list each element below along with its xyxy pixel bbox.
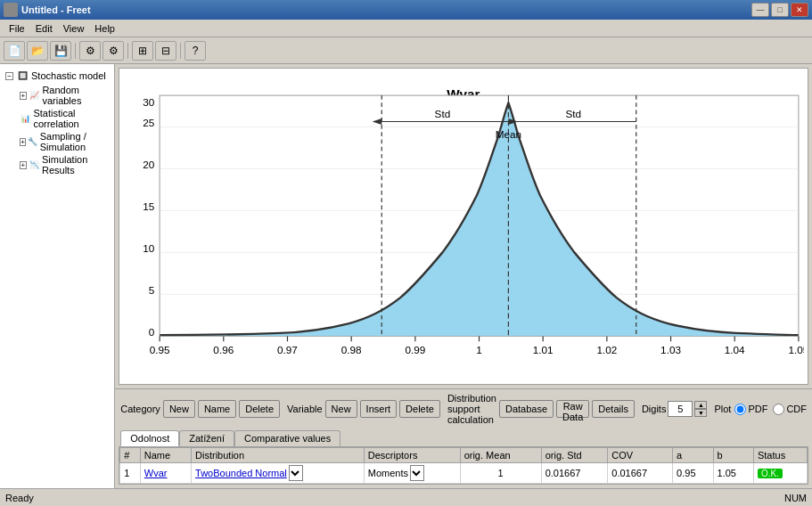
- col-orig-mean: orig. Mean: [460, 448, 541, 463]
- sidebar-sim-results[interactable]: + 📉 Simulation Results: [18, 153, 111, 176]
- maximize-button[interactable]: □: [771, 3, 789, 17]
- col-status: Status: [753, 448, 807, 463]
- digits-down[interactable]: ▼: [694, 409, 707, 417]
- svg-text:0.97: 0.97: [277, 344, 298, 355]
- cdf-radio-label[interactable]: CDF: [773, 404, 807, 415]
- sidebar-stochastic-model[interactable]: − 🔲 Stochastic model: [4, 68, 111, 84]
- controls-row: Category New Name Delete Variable New In…: [115, 389, 812, 428]
- digits-up[interactable]: ▲: [694, 401, 707, 409]
- sidebar-sampling[interactable]: + 🔧 Sampling / Simulation: [18, 130, 111, 153]
- minimize-button[interactable]: —: [751, 3, 769, 17]
- cell-status: O.K.: [753, 463, 807, 484]
- toolbar-separator-2: [127, 43, 128, 59]
- category-group: Category New Name Delete: [120, 400, 280, 418]
- tree-toggle-sampling[interactable]: +: [20, 138, 26, 146]
- status-badge: O.K.: [758, 469, 783, 478]
- toolbar-grid2[interactable]: ⊟: [155, 41, 176, 61]
- menu-help[interactable]: Help: [89, 21, 120, 36]
- name-link[interactable]: Wvar: [144, 468, 168, 478]
- sidebar-stat-correlation[interactable]: 📊 Statistical correlation: [18, 107, 111, 130]
- cell-name: Wvar: [140, 463, 191, 484]
- variable-group: Variable New Insert Delete: [287, 400, 440, 418]
- menu-file[interactable]: File: [4, 21, 30, 36]
- database-button[interactable]: Database: [499, 400, 554, 418]
- svg-text:Mean: Mean: [496, 128, 521, 140]
- sidebar-results-label: Simulation Results: [42, 154, 109, 175]
- tab-comparative[interactable]: Comparative values: [234, 430, 340, 446]
- sampling-icon: 🔧: [28, 135, 38, 149]
- status-left: Ready: [5, 493, 34, 503]
- right-content: Wvar 0 5 10 15 20 25 30: [115, 64, 812, 488]
- svg-text:1.01: 1.01: [533, 344, 554, 355]
- raw-data-button[interactable]: Raw Data: [556, 400, 589, 418]
- menu-bar: File Edit View Help: [0, 20, 812, 37]
- variable-insert-button[interactable]: Insert: [360, 400, 398, 418]
- category-new-button[interactable]: New: [163, 400, 195, 418]
- details-button[interactable]: Details: [592, 400, 635, 418]
- menu-edit[interactable]: Edit: [30, 21, 58, 36]
- svg-text:5: 5: [149, 284, 155, 296]
- distribution-select[interactable]: ▼: [289, 465, 303, 481]
- toolbar-new[interactable]: 📄: [4, 41, 25, 61]
- main-content: − 🔲 Stochastic model + 📈 Random variable…: [0, 64, 812, 488]
- sidebar-random-variables[interactable]: + 📈 Random variables: [18, 84, 111, 107]
- svg-text:1: 1: [476, 344, 482, 355]
- toolbar-grid1[interactable]: ⊞: [132, 41, 153, 61]
- status-bar: Ready NUM: [0, 488, 812, 506]
- svg-text:1.02: 1.02: [597, 344, 618, 355]
- col-b: b: [713, 448, 753, 463]
- svg-text:0: 0: [149, 326, 155, 338]
- title-bar: Untitled - Freet — □ ✕: [0, 0, 812, 20]
- cdf-radio[interactable]: [773, 404, 784, 415]
- tab-zatizeni[interactable]: Zatížení: [179, 430, 234, 446]
- sidebar-corr-label: Statistical correlation: [33, 108, 109, 129]
- cell-descriptors: Moments ▼: [364, 463, 460, 484]
- dist-support-group: Distribution support calculation Databas…: [447, 393, 635, 425]
- tree-toggle-stochastic[interactable]: −: [5, 72, 13, 80]
- cell-orig-std: 0.01667: [541, 463, 608, 484]
- tree-toggle-rv[interactable]: +: [20, 92, 27, 100]
- svg-text:1.05: 1.05: [789, 344, 804, 355]
- pdf-label: PDF: [748, 404, 767, 414]
- digits-spinner: ▲ ▼: [694, 401, 707, 417]
- rv-icon: 📈: [29, 88, 41, 102]
- digits-input[interactable]: [668, 401, 693, 417]
- col-descriptors: Descriptors: [364, 448, 460, 463]
- tab-odolnost[interactable]: Odolnost: [120, 430, 179, 446]
- table-row: 1 Wvar TwoBounded Normal ▼: [120, 463, 808, 484]
- table-container: # Name Distribution Descriptors orig. Me…: [119, 446, 808, 485]
- variable-delete-button[interactable]: Delete: [399, 400, 440, 418]
- pdf-radio[interactable]: [734, 404, 746, 415]
- toolbar-run2[interactable]: ⚙: [103, 41, 124, 61]
- sidebar-stochastic-label: Stochastic model: [31, 70, 106, 81]
- close-button[interactable]: ✕: [791, 3, 808, 17]
- toolbar-separator-1: [75, 43, 76, 59]
- col-cov: COV: [608, 448, 673, 463]
- pdf-radio-label[interactable]: PDF: [734, 404, 767, 415]
- sidebar-sampling-label: Sampling / Simulation: [40, 131, 109, 152]
- variable-new-button[interactable]: New: [325, 400, 357, 418]
- plot-group: Plot PDF CDF: [714, 404, 807, 415]
- toolbar-save[interactable]: 💾: [50, 41, 71, 61]
- toolbar-run1[interactable]: ⚙: [79, 41, 101, 61]
- menu-view[interactable]: View: [58, 21, 90, 36]
- cell-num: 1: [120, 463, 141, 484]
- category-delete-button[interactable]: Delete: [239, 400, 280, 418]
- tabs-row: Odolnost Zatížení Comparative values: [115, 428, 812, 446]
- svg-text:1.03: 1.03: [660, 344, 681, 355]
- svg-text:0.96: 0.96: [214, 344, 234, 355]
- tree-toggle-results[interactable]: +: [20, 161, 27, 169]
- category-name-button[interactable]: Name: [198, 400, 236, 418]
- toolbar-help[interactable]: ?: [185, 41, 206, 61]
- stochastic-icon: 🔲: [15, 69, 29, 83]
- toolbar-open[interactable]: 📂: [27, 41, 48, 61]
- variable-label: Variable: [287, 404, 323, 414]
- cell-orig-mean: 1: [460, 463, 541, 484]
- col-name: Name: [140, 448, 191, 463]
- data-table: # Name Distribution Descriptors orig. Me…: [119, 447, 808, 484]
- svg-text:Std: Std: [435, 108, 451, 119]
- results-icon: 📉: [29, 158, 40, 172]
- sidebar-rv-label: Random variables: [42, 85, 109, 106]
- sidebar: − 🔲 Stochastic model + 📈 Random variable…: [0, 64, 115, 488]
- descriptors-select[interactable]: ▼: [410, 465, 424, 481]
